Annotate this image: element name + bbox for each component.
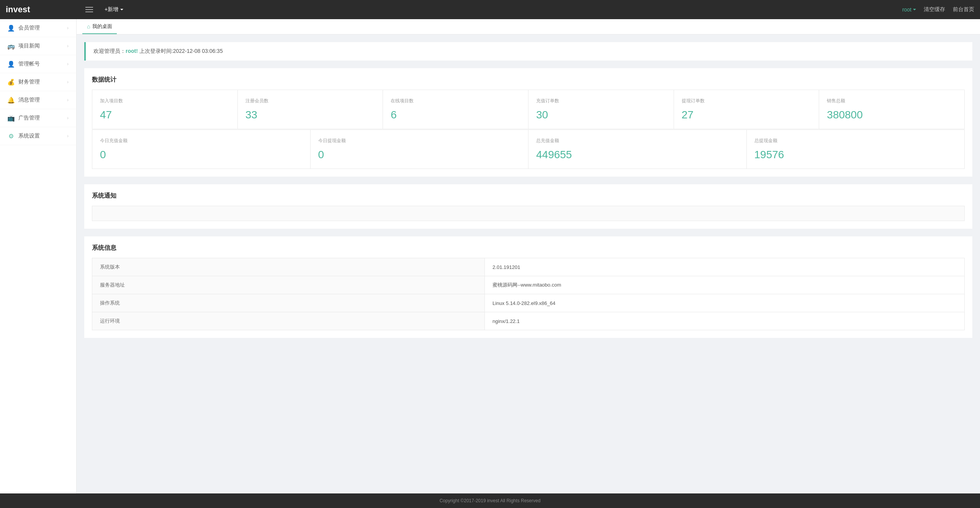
main-wrapper: 👤 会员管理 › 🚌 项目新闻 › 👤 管理帐号 › 💰 财务管理 ›: [0, 19, 980, 493]
stat-card-1: 注册会员数 33: [238, 90, 383, 129]
notification-title: 系统通知: [92, 192, 965, 200]
sidebar-item-label: 财务管理: [18, 79, 40, 85]
sysinfo-label-3: 运行环境: [92, 312, 485, 330]
sysinfo-table: 系统版本 2.01.191201 服务器地址 蜜桃源码网--www.mitaob…: [92, 258, 965, 330]
member-icon: 👤: [8, 25, 15, 31]
table-row: 系统版本 2.01.191201: [92, 258, 965, 276]
content-area: ⌂ 我的桌面 欢迎管理员：root! 上次登录时间:2022-12-08 03:…: [77, 19, 980, 493]
stat-value-3: 30: [536, 109, 666, 121]
welcome-user: root!: [126, 48, 138, 54]
chevron-right-icon: ›: [67, 133, 69, 139]
stat-label-r2-1: 今日提现金额: [318, 138, 521, 144]
sysinfo-value-3: nginx/1.22.1: [485, 312, 965, 330]
menu-toggle-button[interactable]: [82, 3, 96, 16]
stat-value-0: 47: [100, 109, 230, 121]
tab-dashboard[interactable]: ⌂ 我的桌面: [82, 19, 117, 34]
table-row: 服务器地址 蜜桃源码网--www.mitaobo.com: [92, 276, 965, 294]
stat-label-3: 充值订单数: [536, 98, 666, 104]
sidebar-item-ads[interactable]: 📺 广告管理 ›: [0, 109, 76, 127]
stat-card-r2-1: 今日提现金额 0: [311, 130, 528, 169]
add-new-button[interactable]: +新增: [100, 4, 128, 15]
header: invest +新增 root 清空缓存 前台首页: [0, 0, 980, 19]
stat-card-4: 提现订单数 27: [674, 90, 819, 129]
header-right: root 清空缓存 前台首页: [902, 6, 974, 13]
stat-card-r2-3: 总提现金额 19576: [747, 130, 965, 169]
stat-value-r2-1: 0: [318, 149, 521, 161]
stat-label-1: 注册会员数: [245, 98, 375, 104]
stat-value-r2-0: 0: [100, 149, 303, 161]
table-row: 操作系统 Linux 5.14.0-282.el9.x86_64: [92, 294, 965, 312]
settings-icon: ⚙: [8, 133, 15, 139]
sysinfo-value-0: 2.01.191201: [485, 258, 965, 276]
stat-card-r2-0: 今日充值金额 0: [92, 130, 310, 169]
chevron-right-icon: ›: [67, 43, 69, 49]
chevron-right-icon: ›: [67, 25, 69, 31]
stat-card-2: 在线项目数 6: [383, 90, 528, 129]
stat-label-r2-3: 总提现金额: [754, 138, 957, 144]
sysinfo-section: 系统信息 系统版本 2.01.191201 服务器地址 蜜桃源码网--www.m…: [84, 236, 972, 338]
account-icon: 👤: [8, 61, 15, 67]
sysinfo-value-2: Linux 5.14.0-282.el9.x86_64: [485, 294, 965, 312]
app-logo: invest: [6, 5, 82, 15]
chevron-right-icon: ›: [67, 79, 69, 85]
tab-bar: ⌂ 我的桌面: [77, 19, 980, 34]
clear-cache-button[interactable]: 清空缓存: [924, 6, 945, 13]
sidebar-item-label: 广告管理: [18, 115, 40, 121]
stat-label-4: 提现订单数: [682, 98, 811, 104]
ads-icon: 📺: [8, 115, 15, 121]
sidebar: 👤 会员管理 › 🚌 项目新闻 › 👤 管理帐号 › 💰 财务管理 ›: [0, 19, 77, 493]
footer-text: Copyright ©2017-2019 invest All Rights R…: [440, 498, 541, 503]
welcome-suffix: 上次登录时间:2022-12-08 03:06:35: [139, 48, 223, 54]
sysinfo-label-1: 服务器地址: [92, 276, 485, 294]
sidebar-item-finance[interactable]: 💰 财务管理 ›: [0, 73, 76, 91]
tab-label: 我的桌面: [92, 23, 112, 30]
stats-grid-row1: 加入项目数 47 注册会员数 33 在线项目数 6 充值订单数 30: [92, 90, 965, 129]
finance-icon: 💰: [8, 79, 15, 85]
notification-section: 系统通知: [84, 184, 972, 229]
welcome-prefix: 欢迎管理员：: [93, 48, 126, 54]
sidebar-item-label: 系统设置: [18, 133, 40, 139]
stat-card-r2-2: 总充值金额 449655: [528, 130, 746, 169]
stats-section: 数据统计 加入项目数 47 注册会员数 33 在线项目数 6: [84, 68, 972, 177]
chevron-right-icon: ›: [67, 61, 69, 67]
sidebar-item-news[interactable]: 🚌 项目新闻 ›: [0, 37, 76, 55]
sysinfo-label-2: 操作系统: [92, 294, 485, 312]
chevron-right-icon: ›: [67, 97, 69, 103]
table-row: 运行环境 nginx/1.22.1: [92, 312, 965, 330]
sidebar-item-account[interactable]: 👤 管理帐号 ›: [0, 55, 76, 73]
welcome-banner: 欢迎管理员：root! 上次登录时间:2022-12-08 03:06:35: [84, 42, 972, 61]
stat-value-1: 33: [245, 109, 375, 121]
sidebar-item-member[interactable]: 👤 会员管理 ›: [0, 19, 76, 37]
stat-label-2: 在线项目数: [391, 98, 520, 104]
notification-box: [92, 206, 965, 221]
stat-card-0: 加入项目数 47: [92, 90, 237, 129]
news-icon: 🚌: [8, 43, 15, 49]
sidebar-item-settings[interactable]: ⚙ 系统设置 ›: [0, 127, 76, 145]
stat-label-5: 销售总额: [827, 98, 957, 104]
stat-label-r2-2: 总充值金额: [536, 138, 739, 144]
home-icon: ⌂: [87, 23, 90, 29]
stat-value-4: 27: [682, 109, 811, 121]
stat-value-5: 380800: [827, 109, 957, 121]
sidebar-item-label: 项目新闻: [18, 43, 40, 49]
chevron-right-icon: ›: [67, 115, 69, 121]
sysinfo-value-1: 蜜桃源码网--www.mitaobo.com: [485, 276, 965, 294]
stat-value-r2-2: 449655: [536, 149, 739, 161]
stat-value-r2-3: 19576: [754, 149, 957, 161]
message-icon: 🔔: [8, 97, 15, 103]
page-content: 欢迎管理员：root! 上次登录时间:2022-12-08 03:06:35 数…: [77, 34, 980, 353]
footer: Copyright ©2017-2019 invest All Rights R…: [0, 493, 980, 508]
frontend-home-button[interactable]: 前台首页: [953, 6, 974, 13]
stat-label-0: 加入项目数: [100, 98, 230, 104]
sidebar-item-label: 管理帐号: [18, 61, 40, 67]
sidebar-item-label: 消息管理: [18, 97, 40, 103]
stat-label-r2-0: 今日充值金额: [100, 138, 303, 144]
sidebar-item-message[interactable]: 🔔 消息管理 ›: [0, 91, 76, 109]
user-dropdown-icon: [913, 9, 916, 12]
add-dropdown-icon: [120, 9, 123, 12]
user-menu[interactable]: root: [902, 7, 916, 13]
sidebar-item-label: 会员管理: [18, 25, 40, 31]
stat-value-2: 6: [391, 109, 520, 121]
stat-card-3: 充值订单数 30: [528, 90, 674, 129]
stats-grid-row2: 今日充值金额 0 今日提现金额 0 总充值金额 449655 总提现金额 195…: [92, 129, 965, 169]
